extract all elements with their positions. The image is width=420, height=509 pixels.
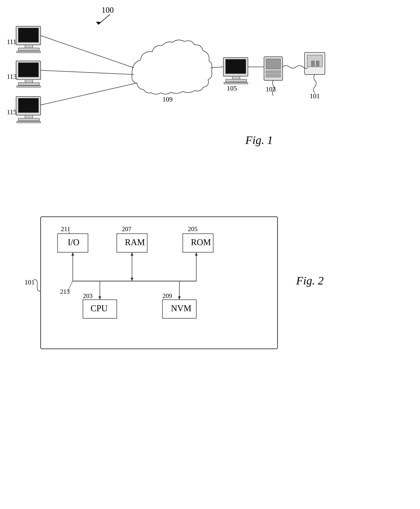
svg-rect-4 — [25, 45, 33, 48]
svg-rect-28 — [311, 61, 315, 66]
svg-line-31 — [41, 70, 134, 75]
svg-rect-14 — [25, 115, 33, 118]
svg-line-30 — [41, 36, 134, 68]
label-111: 111 — [7, 38, 16, 46]
svg-rect-9 — [25, 80, 33, 83]
svg-rect-13 — [18, 98, 38, 113]
io-label: I/O — [68, 237, 79, 247]
svg-rect-16 — [17, 121, 41, 123]
svg-rect-3 — [18, 28, 38, 42]
label-109: 109 — [162, 96, 172, 103]
svg-rect-19 — [232, 76, 240, 79]
computer-113 — [16, 61, 41, 87]
ram-label: RAM — [125, 237, 145, 247]
svg-line-32 — [41, 83, 137, 105]
svg-rect-8 — [18, 63, 38, 77]
fig2-caption: Fig. 2 — [296, 274, 323, 287]
label-101-fig1: 101 — [310, 92, 320, 100]
ref-207: 207 — [122, 225, 131, 233]
svg-rect-6 — [17, 51, 41, 53]
rom-label: ROM — [191, 237, 211, 247]
computer-115 — [16, 97, 41, 123]
label-103: 103 — [266, 85, 276, 93]
svg-rect-11 — [17, 86, 41, 87]
computer-111 — [16, 26, 41, 53]
svg-rect-5 — [18, 48, 39, 51]
fig1-caption: Fig. 1 — [245, 134, 273, 146]
label-100: 100 — [102, 5, 114, 14]
ref-205: 205 — [188, 225, 197, 233]
svg-rect-23 — [266, 59, 281, 69]
svg-rect-15 — [18, 118, 39, 121]
svg-rect-21 — [224, 82, 248, 84]
label-101-fig2: 101 — [24, 278, 35, 286]
svg-rect-29 — [316, 61, 319, 66]
device-101 — [305, 53, 325, 93]
computer-105 — [223, 58, 248, 84]
svg-rect-24 — [266, 71, 281, 73]
svg-rect-10 — [18, 83, 39, 85]
ref-211: 211 — [61, 225, 70, 233]
label-115: 115 — [7, 108, 17, 116]
svg-rect-20 — [225, 79, 247, 82]
label-113: 113 — [7, 73, 17, 80]
svg-line-0 — [98, 14, 110, 24]
cpu-label: CPU — [90, 304, 108, 313]
nvm-label: NVM — [171, 304, 191, 313]
ref-209: 209 — [162, 292, 172, 299]
cloud-109 — [132, 40, 212, 94]
bus-label-213: 213 — [60, 288, 70, 295]
svg-rect-25 — [266, 75, 281, 77]
svg-line-33 — [211, 67, 223, 68]
svg-rect-27 — [307, 55, 322, 67]
ref-203: 203 — [83, 292, 93, 299]
label-105: 105 — [227, 84, 237, 92]
svg-rect-18 — [225, 59, 246, 74]
